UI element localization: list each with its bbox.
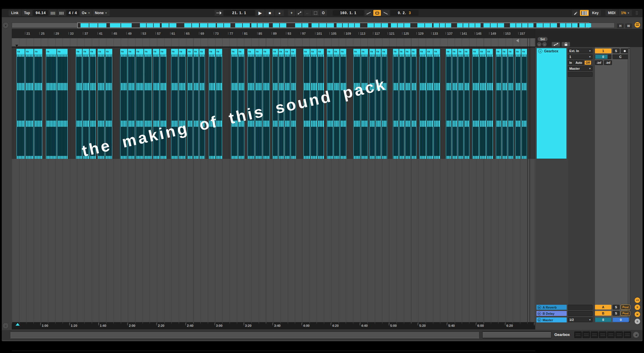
- audio-clip[interactable]: ra: [434, 49, 440, 160]
- time-ruler-tick[interactable]: 4:20: [332, 324, 339, 327]
- audio-clip[interactable]: ra: [376, 49, 381, 160]
- bar-ruler-tick[interactable]: 113: [360, 32, 365, 35]
- return-b-header[interactable]: ▶ B Delay: [536, 311, 567, 316]
- return-a-header[interactable]: ▶ A Reverb: [536, 305, 567, 310]
- master-volume[interactable]: 0: [595, 317, 611, 322]
- time-ruler-tick[interactable]: 4:40: [361, 324, 368, 327]
- device-thumbnail[interactable]: [615, 332, 623, 338]
- bar-ruler-tick[interactable]: 33: [70, 32, 73, 35]
- time-ruler-tick[interactable]: 1:40: [100, 324, 106, 327]
- monitor-in-button[interactable]: In: [568, 60, 573, 65]
- time-ruler-tick[interactable]: 2:40: [187, 324, 193, 327]
- draw-mode-button[interactable]: [312, 10, 319, 16]
- scrollbar-thumb[interactable]: [628, 49, 630, 322]
- audio-clip[interactable]: ra: [199, 49, 205, 160]
- time-ruler-tick[interactable]: 2:00: [129, 324, 135, 327]
- bar-ruler-tick[interactable]: 69: [200, 32, 204, 35]
- bar-ruler-tick[interactable]: 57: [157, 32, 160, 35]
- midi-map-button[interactable]: MIDI: [605, 10, 618, 16]
- bar-ruler-tick[interactable]: 105: [331, 32, 336, 35]
- tap-tempo-button[interactable]: Tap: [22, 10, 32, 16]
- arrangement-overview[interactable]: [12, 23, 615, 28]
- audio-clip[interactable]: ra: [353, 49, 360, 160]
- cue-volume[interactable]: 0: [613, 317, 629, 322]
- audio-clip[interactable]: ra: [193, 49, 199, 160]
- track-name[interactable]: Gearbox: [544, 49, 558, 53]
- audio-clip[interactable]: ra: [25, 49, 34, 160]
- audio-clip[interactable]: ra: [179, 49, 186, 160]
- audio-clip[interactable]: ra: [231, 49, 237, 160]
- audio-clip[interactable]: ra: [46, 49, 56, 160]
- bar-ruler-tick[interactable]: 117: [374, 32, 380, 35]
- monitor-off-button[interactable]: Off: [584, 60, 591, 65]
- input-channel-chooser[interactable]: 1 ▼: [568, 54, 593, 59]
- audio-clip[interactable]: ra: [419, 49, 426, 160]
- re-enable-automation-button[interactable]: ←: [304, 10, 311, 16]
- solo-button[interactable]: S: [613, 49, 620, 53]
- meter-right-value[interactable]: -inf: [604, 60, 612, 65]
- track-header-gearbox[interactable]: ▼ Gearbox: [536, 48, 567, 159]
- overdub-plus-button[interactable]: +: [288, 10, 295, 16]
- audio-clip[interactable]: ra: [34, 49, 42, 160]
- time-ruler-tick[interactable]: 3:00: [216, 324, 223, 327]
- return-b-solo[interactable]: S: [613, 311, 620, 316]
- arrangement-position-display[interactable]: 21. 1. 1: [224, 10, 255, 16]
- audio-clip[interactable]: ra: [216, 49, 222, 160]
- time-ruler-tick[interactable]: 3:40: [274, 324, 280, 327]
- audio-clip[interactable]: ra: [171, 49, 178, 160]
- overview-viewport-box[interactable]: [77, 23, 589, 28]
- return-a-pre-post-toggle[interactable]: Post: [621, 305, 630, 309]
- hide-detail-view-button[interactable]: ◀: [633, 332, 639, 338]
- quantize-menu[interactable]: None ▼: [93, 10, 110, 16]
- arrangement-end-marker-line[interactable]: [527, 38, 528, 322]
- nudge-up-button[interactable]: ||||: [58, 10, 65, 16]
- audio-clip[interactable]: ra: [57, 49, 68, 160]
- bar-ruler-tick[interactable]: 109: [346, 32, 351, 35]
- output-chooser[interactable]: Master ▼: [568, 66, 593, 71]
- bar-ruler-tick[interactable]: 29: [56, 32, 59, 35]
- audio-clip[interactable]: ra: [209, 49, 215, 160]
- bar-ruler-tick[interactable]: 25: [41, 32, 44, 35]
- audio-clip[interactable]: ra: [160, 49, 166, 160]
- audio-clip[interactable]: ra: [508, 49, 513, 160]
- play-button[interactable]: ▶: [256, 10, 265, 16]
- nudge-down-button[interactable]: ||||: [49, 10, 57, 16]
- time-ruler-tick[interactable]: 6:20: [506, 324, 513, 327]
- chevron-down-icon[interactable]: ▼: [88, 12, 90, 14]
- time-ruler-tick[interactable]: 3:20: [245, 324, 252, 327]
- audio-clip[interactable]: ra: [382, 49, 387, 160]
- return-b-activator[interactable]: B: [595, 311, 611, 316]
- bar-ruler-tick[interactable]: 21: [26, 32, 30, 35]
- input-type-chooser[interactable]: Ext. In ▼: [568, 49, 593, 53]
- fit-height-button[interactable]: H: [617, 24, 624, 28]
- audio-clip[interactable]: ra: [393, 49, 399, 160]
- time-ruler[interactable]: 1:001:201:402:002:202:403:003:203:404:00…: [12, 322, 535, 329]
- return-b-pre-post-toggle[interactable]: Post: [621, 311, 630, 316]
- drop-area[interactable]: Drop Files and Devices Here 2/1: [12, 159, 535, 322]
- return-a-solo[interactable]: S: [613, 305, 620, 309]
- device-chain-preview[interactable]: [574, 332, 631, 338]
- arrangement-area[interactable]: rararararararararararararararararararara…: [12, 46, 535, 322]
- audio-clip[interactable]: ra: [479, 49, 486, 160]
- record-button[interactable]: ●: [275, 10, 284, 16]
- next-locator-button[interactable]: →: [542, 42, 547, 46]
- bar-ruler-tick[interactable]: 129: [418, 32, 423, 35]
- lock-envelopes-button[interactable]: [562, 42, 570, 46]
- overview-toggle-button[interactable]: ▼: [2, 22, 9, 29]
- mixer-section-toggle-i-o[interactable]: I-O: [634, 297, 640, 303]
- tempo-display[interactable]: 94.14: [33, 10, 48, 16]
- mixer-section-toggle-d[interactable]: D: [634, 318, 640, 324]
- mixer-section-toggle-r[interactable]: R: [634, 304, 640, 310]
- audio-clip[interactable]: ra: [361, 49, 368, 160]
- return-a-activator[interactable]: A: [595, 305, 611, 309]
- time-ruler-tick[interactable]: 5:00: [390, 324, 397, 327]
- volume-slider[interactable]: 0: [595, 54, 611, 59]
- bar-ruler-tick[interactable]: 73: [215, 32, 219, 35]
- audio-clip[interactable]: ra: [405, 49, 411, 160]
- audio-clip[interactable]: ra: [411, 49, 417, 160]
- audio-clip[interactable]: ra: [502, 49, 508, 160]
- return-b-io-field[interactable]: [568, 311, 593, 316]
- mixer-section-toggle-m[interactable]: M: [634, 311, 640, 317]
- time-ruler-tick[interactable]: 1:20: [71, 324, 77, 327]
- master-header[interactable]: ▶ Master: [536, 317, 567, 322]
